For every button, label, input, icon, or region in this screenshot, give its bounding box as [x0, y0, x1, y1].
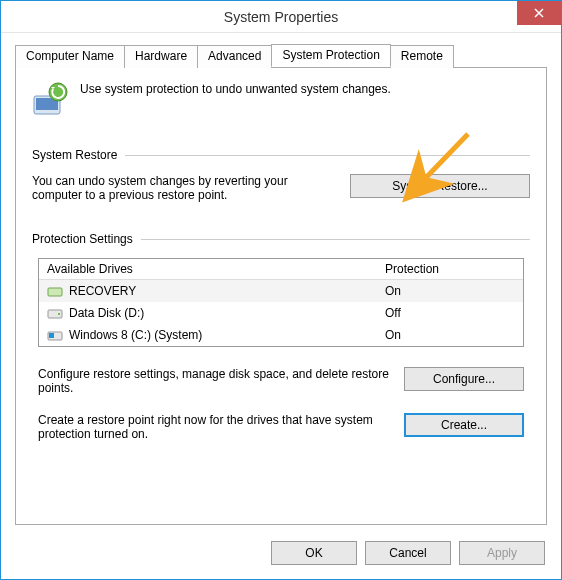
drive-windows-icon	[47, 327, 63, 343]
drives-table: Available Drives Protection RECOVERY On …	[38, 258, 524, 347]
create-description: Create a restore point right now for the…	[38, 413, 390, 441]
system-restore-label: System Restore	[32, 148, 117, 162]
drive-name: Data Disk (D:)	[69, 306, 144, 320]
svg-rect-7	[49, 333, 54, 338]
divider	[141, 239, 530, 240]
dialog-buttons: OK Cancel Apply	[1, 531, 561, 579]
svg-rect-3	[48, 288, 62, 296]
configure-button[interactable]: Configure...	[404, 367, 524, 391]
table-row[interactable]: Windows 8 (C:) (System) On	[39, 324, 523, 346]
tab-panel: Use system protection to undo unwanted s…	[15, 67, 547, 525]
close-icon	[534, 8, 544, 18]
restore-description: You can undo system changes by reverting…	[32, 174, 330, 202]
window-title: System Properties	[224, 9, 338, 25]
content-area: Computer Name Hardware Advanced System P…	[1, 33, 561, 531]
cancel-button[interactable]: Cancel	[365, 541, 451, 565]
intro-text: Use system protection to undo unwanted s…	[80, 82, 391, 96]
tab-system-protection[interactable]: System Protection	[271, 44, 390, 67]
system-properties-window: System Properties Computer Name Hardware…	[0, 0, 562, 580]
divider	[125, 155, 530, 156]
ok-button[interactable]: OK	[271, 541, 357, 565]
drive-icon	[47, 305, 63, 321]
tab-hardware[interactable]: Hardware	[124, 45, 198, 68]
tab-advanced[interactable]: Advanced	[197, 45, 272, 68]
drive-protection: On	[385, 328, 515, 342]
intro: Use system protection to undo unwanted s…	[32, 82, 530, 118]
tabs: Computer Name Hardware Advanced System P…	[15, 43, 547, 66]
restore-row: You can undo system changes by reverting…	[32, 174, 530, 202]
titlebar: System Properties	[1, 1, 561, 33]
create-row: Create a restore point right now for the…	[38, 413, 524, 441]
drive-icon	[47, 283, 63, 299]
protection-settings-label: Protection Settings	[32, 232, 133, 246]
create-button[interactable]: Create...	[404, 413, 524, 437]
system-protection-icon	[32, 82, 68, 118]
col-available-drives: Available Drives	[47, 262, 385, 276]
drive-name: Windows 8 (C:) (System)	[69, 328, 202, 342]
table-row[interactable]: Data Disk (D:) Off	[39, 302, 523, 324]
apply-button[interactable]: Apply	[459, 541, 545, 565]
system-restore-button[interactable]: System Restore...	[350, 174, 530, 198]
table-row[interactable]: RECOVERY On	[39, 280, 523, 302]
svg-rect-5	[58, 313, 60, 315]
configure-description: Configure restore settings, manage disk …	[38, 367, 390, 395]
section-protection-settings: Protection Settings	[32, 232, 530, 246]
col-protection: Protection	[385, 262, 515, 276]
configure-row: Configure restore settings, manage disk …	[38, 367, 524, 395]
tab-computer-name[interactable]: Computer Name	[15, 45, 125, 68]
drive-name: RECOVERY	[69, 284, 136, 298]
close-button[interactable]	[517, 1, 561, 25]
tab-remote[interactable]: Remote	[390, 45, 454, 68]
drive-protection: Off	[385, 306, 515, 320]
drives-header: Available Drives Protection	[39, 259, 523, 280]
drive-protection: On	[385, 284, 515, 298]
section-system-restore: System Restore	[32, 148, 530, 162]
